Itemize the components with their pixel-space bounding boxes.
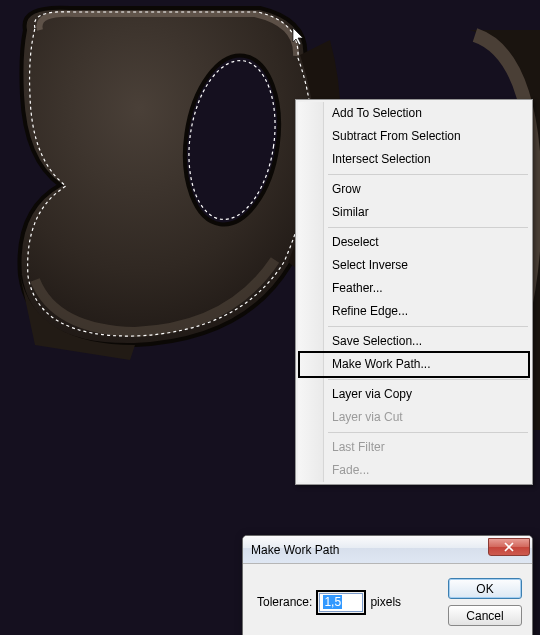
- menu-separator: [328, 379, 528, 380]
- dialog-title: Make Work Path: [251, 543, 488, 557]
- menu-last-filter: Last Filter: [298, 436, 530, 459]
- tolerance-input-highlight: 1,5: [316, 590, 366, 615]
- menu-layer-via-cut: Layer via Cut: [298, 406, 530, 429]
- close-icon: [504, 542, 514, 552]
- dialog-close-button[interactable]: [488, 538, 530, 556]
- menu-save-selection[interactable]: Save Selection...: [298, 330, 530, 353]
- menu-separator: [328, 432, 528, 433]
- dialog-titlebar[interactable]: Make Work Path: [243, 536, 532, 564]
- menu-fade: Fade...: [298, 459, 530, 482]
- menu-separator: [328, 174, 528, 175]
- menu-select-inverse[interactable]: Select Inverse: [298, 254, 530, 277]
- make-work-path-dialog: Make Work Path Tolerance: 1,5 pixels OK …: [242, 535, 533, 635]
- menu-intersect-selection[interactable]: Intersect Selection: [298, 148, 530, 171]
- menu-separator: [328, 227, 528, 228]
- ok-button[interactable]: OK: [448, 578, 522, 599]
- cancel-button[interactable]: Cancel: [448, 605, 522, 626]
- context-menu: Add To Selection Subtract From Selection…: [295, 99, 533, 485]
- menu-make-work-path[interactable]: Make Work Path...: [298, 351, 530, 378]
- tolerance-unit: pixels: [370, 595, 401, 609]
- tolerance-label: Tolerance:: [257, 595, 312, 609]
- menu-deselect[interactable]: Deselect: [298, 231, 530, 254]
- tolerance-input[interactable]: 1,5: [319, 593, 363, 612]
- menu-refine-edge[interactable]: Refine Edge...: [298, 300, 530, 323]
- menu-separator: [328, 326, 528, 327]
- menu-subtract-from-selection[interactable]: Subtract From Selection: [298, 125, 530, 148]
- menu-similar[interactable]: Similar: [298, 201, 530, 224]
- menu-grow[interactable]: Grow: [298, 178, 530, 201]
- menu-feather[interactable]: Feather...: [298, 277, 530, 300]
- tolerance-value: 1,5: [323, 595, 342, 609]
- menu-add-to-selection[interactable]: Add To Selection: [298, 102, 530, 125]
- menu-layer-via-copy[interactable]: Layer via Copy: [298, 383, 530, 406]
